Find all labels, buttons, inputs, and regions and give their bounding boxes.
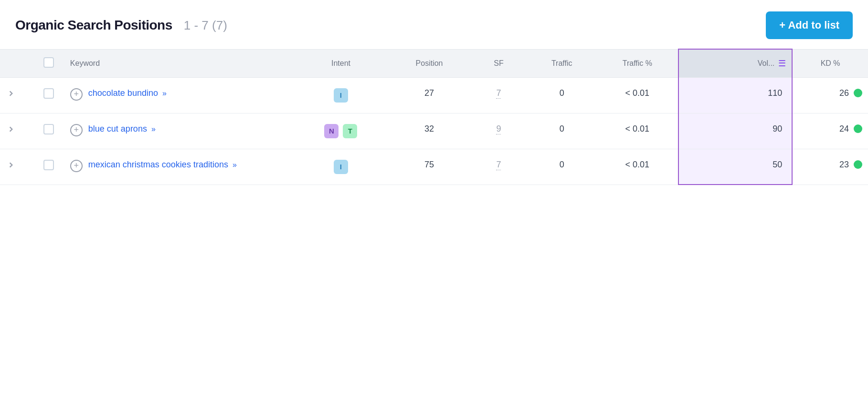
col-header-position: Position [388,49,470,77]
row-checkbox-2[interactable] [43,124,54,134]
table-row: + blue cut aprons » N T 32 [0,113,868,149]
page-range: 1 - 7 (7) [184,18,227,33]
checkbox-cell-3[interactable] [32,149,66,185]
traffic-pct-cell-1: < 0.01 [596,77,678,113]
results-table: Keyword Intent Position SF Traffic [0,49,868,185]
add-keyword-icon-2[interactable]: + [70,124,83,136]
expand-button-3[interactable] [6,160,16,170]
intent-cell-3: I [294,149,388,185]
kd-cell-3: 23 [792,149,868,185]
traffic-cell-3: 0 [527,149,596,185]
position-cell-1: 27 [388,77,470,113]
sf-cell-2[interactable]: 9 [470,113,527,149]
sf-cell-3[interactable]: 7 [470,149,527,185]
col-header-vol[interactable]: Vol... ☰ [678,49,792,77]
kd-dot-1 [854,89,862,97]
sf-cell-1[interactable]: 7 [470,77,527,113]
expand-button-1[interactable] [6,88,16,99]
traffic-pct-cell-2: < 0.01 [596,113,678,149]
keyword-cell-2: + blue cut aprons » [66,113,294,149]
intent-badge-N-2: N [324,124,339,138]
kd-dot-2 [854,124,862,133]
expand-cell-1[interactable] [0,77,32,113]
add-keyword-icon-1[interactable]: + [70,88,83,101]
filter-icon[interactable]: ☰ [778,58,786,69]
col-header-checkbox[interactable] [32,49,66,77]
kd-cell-1: 26 [792,77,868,113]
vol-cell-1: 110 [678,77,792,113]
intent-cell-2: N T [294,113,388,149]
row-checkbox-1[interactable] [43,88,54,99]
traffic-cell-1: 0 [527,77,596,113]
page-title: Organic Search Positions [15,18,172,33]
kd-dot-3 [854,160,862,169]
kd-cell-2: 24 [792,113,868,149]
expand-cell-2[interactable] [0,113,32,149]
table-row: + mexican christmas cookies traditions »… [0,149,868,185]
col-header-traffic: Traffic [527,49,596,77]
intent-badge-I-1: I [334,88,348,103]
col-header-traffic-pct: Traffic % [596,49,678,77]
checkbox-cell-2[interactable] [32,113,66,149]
keyword-cell-1: + chocolate bundino » [66,77,294,113]
col-header-sf: SF [470,49,527,77]
row-checkbox-3[interactable] [43,160,54,170]
keyword-name-2[interactable]: blue cut aprons » [88,124,156,134]
checkbox-cell-1[interactable] [32,77,66,113]
col-header-keyword: Keyword [66,49,294,77]
expand-cell-3[interactable] [0,149,32,185]
traffic-cell-2: 0 [527,113,596,149]
keyword-name-3[interactable]: mexican christmas cookies traditions » [88,160,237,170]
page-header: Organic Search Positions 1 - 7 (7) + Add… [0,0,868,49]
main-container: Organic Search Positions 1 - 7 (7) + Add… [0,0,868,402]
traffic-pct-cell-3: < 0.01 [596,149,678,185]
vol-cell-3: 50 [678,149,792,185]
keyword-name-1[interactable]: chocolate bundino » [88,88,167,98]
add-to-list-button[interactable]: + Add to list [766,11,853,39]
keyword-cell-3: + mexican christmas cookies traditions » [66,149,294,185]
intent-cell-1: I [294,77,388,113]
expand-button-2[interactable] [6,124,16,134]
intent-badge-T-2: T [343,124,357,138]
col-header-expand [0,49,32,77]
table-row: + chocolate bundino » I 27 7 [0,77,868,113]
intent-badge-I-3: I [334,160,348,174]
col-header-intent: Intent [294,49,388,77]
table-header-row: Keyword Intent Position SF Traffic [0,49,868,77]
position-cell-3: 75 [388,149,470,185]
header-left: Organic Search Positions 1 - 7 (7) [15,18,227,33]
vol-cell-2: 90 [678,113,792,149]
col-header-kd: KD % [792,49,868,77]
add-keyword-icon-3[interactable]: + [70,160,83,172]
select-all-checkbox[interactable] [43,57,54,68]
results-table-wrapper: Keyword Intent Position SF Traffic [0,49,868,185]
position-cell-2: 32 [388,113,470,149]
